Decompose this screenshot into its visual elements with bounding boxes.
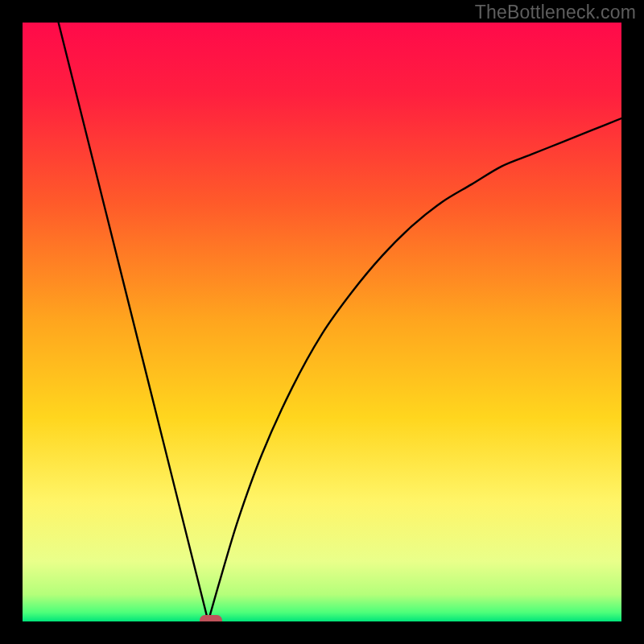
curve-layer xyxy=(23,23,621,621)
bottleneck-curve xyxy=(59,23,621,621)
minimum-marker xyxy=(200,615,222,622)
watermark-text: TheBottleneck.com xyxy=(475,2,636,23)
plot-area xyxy=(23,23,621,621)
chart-frame: TheBottleneck.com xyxy=(0,0,644,644)
